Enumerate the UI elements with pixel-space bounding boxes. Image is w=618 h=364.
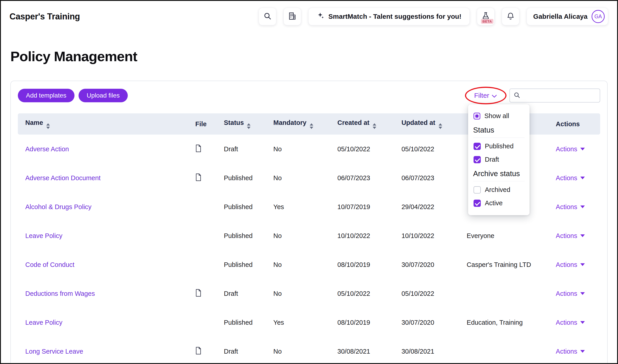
mandatory-cell: No [266,279,330,308]
updated-at-cell: 30/07/2020 [394,250,459,279]
created-at-cell: 08/10/2019 [330,250,394,279]
policy-name-link[interactable]: Leave Policy [25,319,62,326]
policy-name-link[interactable]: Leave Policy [25,232,62,239]
policy-table-card: Add templates Upload files Filter [10,81,608,364]
created-at-cell: 08/10/2019 [330,308,394,337]
updated-at-cell: 30/08/2021 [394,337,459,364]
column-header-mandatory[interactable]: Mandatory [266,113,330,135]
row-actions-button[interactable]: Actions [556,319,585,326]
caret-down-icon [580,148,585,150]
column-header-name[interactable]: Name [18,113,188,135]
created-at-cell: 05/10/2022 [330,135,394,164]
applies-to-cell: Everyone [459,221,549,250]
user-avatar: GA [592,10,605,23]
user-name: Gabriella Alicaya [533,13,588,20]
filter-button[interactable]: Filter [472,89,499,102]
row-actions-button[interactable]: Actions [556,348,585,355]
filter-button-label: Filter [474,92,489,99]
file-icon [195,289,202,297]
beta-badge: BETA [481,19,494,24]
caret-down-icon [580,206,585,208]
policy-name-link[interactable]: Deductions from Wages [25,290,95,297]
bell-icon [506,12,515,21]
search-icon [514,92,520,99]
sort-icon [373,123,376,129]
filter-option-archived[interactable]: Archived [468,183,529,196]
status-cell: Published [217,221,266,250]
row-actions-button[interactable]: Actions [556,203,585,211]
applies-to-cell: Education, Training [459,308,549,337]
row-actions-button[interactable]: Actions [556,290,585,297]
mandatory-cell: Yes [266,308,330,337]
status-cell: Published [217,250,266,279]
upload-files-button[interactable]: Upload files [78,89,128,102]
status-cell: Draft [217,337,266,364]
updated-at-cell: 05/10/2022 [394,135,459,164]
applies-to-cell [459,279,549,308]
row-actions-button[interactable]: Actions [556,174,585,182]
caret-down-icon [580,263,585,266]
applies-to-cell [459,337,549,364]
status-cell: Draft [217,135,266,164]
topbar-actions: SmartMatch - Talent suggestions for you!… [259,8,608,25]
updated-at-cell: 30/07/2020 [394,308,459,337]
policy-name-link[interactable]: Long Service Leave [25,348,83,355]
building-icon [288,12,296,21]
mandatory-cell: No [266,164,330,192]
chevron-down-icon [492,92,497,99]
beta-labs-button[interactable]: BETA [477,8,495,25]
sparkles-icon [317,12,324,21]
column-header-created-at[interactable]: Created at [330,113,394,135]
policy-name-link[interactable]: Adverse Action [25,145,69,153]
filter-option-label: Published [485,143,514,150]
checkbox-icon [474,143,481,150]
filter-option-draft[interactable]: Draft [468,153,529,166]
search-icon [263,12,271,21]
table-toolbar: Add templates Upload files Filter [18,89,600,103]
table-search-input[interactable] [523,92,596,99]
filter-option-published[interactable]: Published [468,140,529,153]
filter-section-heading: Status [473,126,525,138]
column-header-status[interactable]: Status [217,113,266,135]
policy-name-link[interactable]: Adverse Action Document [25,174,101,182]
created-at-cell: 10/07/2019 [330,192,394,221]
status-cell: Draft [217,279,266,308]
organisation-switcher-button[interactable] [283,8,301,25]
notifications-button[interactable] [502,8,519,25]
filter-dropdown-menu: Show all Status Published Draft Archive … [468,104,529,215]
app-window: Casper's Training SmartMatch - Talent su… [0,0,618,364]
smartmatch-label: SmartMatch - Talent suggestions for you! [328,13,462,20]
filter-option-label: Draft [485,156,499,163]
filter-option-active[interactable]: Active [468,196,529,210]
user-menu-button[interactable]: Gabriella Alicaya GA [527,8,608,25]
smartmatch-button[interactable]: SmartMatch - Talent suggestions for you! [308,8,470,25]
filter-option-label: Active [485,199,503,207]
toolbar-right: Filter Show all Status Published Draf [472,89,600,103]
row-actions-button[interactable]: Actions [556,232,585,240]
sort-icon [247,123,251,129]
row-actions-button[interactable]: Actions [556,145,585,153]
table-row: Deductions from Wages Draft No 05/10/202… [18,279,600,308]
global-search-button[interactable] [259,8,276,25]
table-row: Leave Policy Published Yes 08/10/2019 30… [18,308,600,337]
table-row: Long Service Leave Draft No 30/08/2021 3… [18,337,600,364]
caret-down-icon [580,292,585,295]
created-at-cell: 30/08/2021 [330,337,394,364]
mandatory-cell: No [266,250,330,279]
column-header-updated-at[interactable]: Updated at [394,113,459,135]
filter-option-show-all[interactable]: Show all [468,109,529,123]
mandatory-cell: No [266,221,330,250]
checkbox-icon [474,200,481,207]
policy-name-link[interactable]: Code of Conduct [25,261,75,268]
add-templates-button[interactable]: Add templates [18,89,75,102]
caret-down-icon [580,321,585,324]
file-icon [195,173,202,181]
created-at-cell: 10/10/2022 [330,221,394,250]
policy-name-link[interactable]: Alcohol & Drugs Policy [25,203,91,210]
row-actions-button[interactable]: Actions [556,261,585,269]
checkbox-icon [474,186,481,194]
filter-menu-sections: Status Published Draft Archive status Ar… [468,126,529,210]
mandatory-cell: No [266,135,330,164]
filter-section-heading: Archive status [473,169,525,181]
mandatory-cell: Yes [266,192,330,221]
